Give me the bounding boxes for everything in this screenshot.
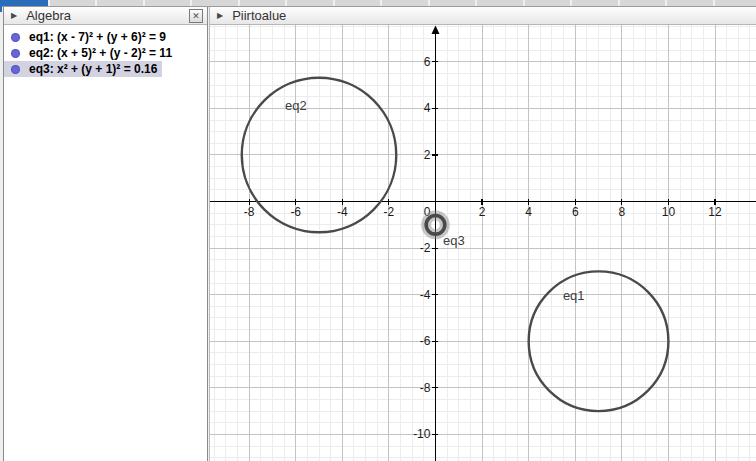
x-tick-label: 2 (479, 205, 486, 219)
x-tick-label: -6 (290, 205, 301, 219)
toolbar-button-edge[interactable] (382, 0, 428, 6)
y-tick-label: -10 (413, 427, 431, 441)
object-visibility-bullet-icon[interactable] (11, 49, 20, 58)
circle-label-eq1: eq1 (563, 288, 585, 303)
y-tick-label: -6 (420, 334, 431, 348)
algebra-item-list: eq1: (x - 7)² + (y + 6)² = 9eq2: (x + 5)… (4, 25, 207, 77)
toolbar-button-edge[interactable] (50, 0, 96, 6)
x-tick-label: 10 (662, 205, 676, 219)
algebra-panel-header: ▶ Algebra ✕ (4, 7, 207, 25)
toolbar-button-edge[interactable] (335, 0, 381, 6)
toolbar-button-edge[interactable] (572, 0, 618, 6)
collapse-arrow-icon[interactable]: ▶ (11, 12, 17, 20)
algebra-item-eq2[interactable]: eq2: (x + 5)² + (y - 2)² = 11 (4, 45, 177, 61)
algebra-item-label: eq1: (x - 7)² + (y + 6)² = 9 (29, 30, 166, 44)
y-tick-label: -4 (420, 288, 431, 302)
x-tick-label: 6 (572, 205, 579, 219)
geogebra-window: ▶ Algebra ✕ eq1: (x - 7)² + (y + 6)² = 9… (0, 0, 756, 461)
x-tick-label: -4 (337, 205, 348, 219)
x-tick-label: 8 (618, 205, 625, 219)
graphics-panel-title: Piirtoalue (232, 8, 286, 23)
toolbar-strip (0, 0, 756, 7)
y-tick-label: 6 (424, 55, 431, 69)
y-tick-label: -2 (420, 241, 431, 255)
close-icon[interactable]: ✕ (189, 9, 203, 23)
toolbar-button-edge[interactable] (525, 0, 571, 6)
x-tick-label: -8 (244, 205, 255, 219)
graphics-view[interactable]: -8-6-4-224681012642-2-4-6-8-100eq1eq2eq3 (210, 25, 756, 461)
x-tick-label: 12 (708, 205, 722, 219)
algebra-item-label: eq2: (x + 5)² + (y - 2)² = 11 (29, 46, 172, 60)
y-tick-label: 4 (424, 101, 431, 115)
toolbar-button-edge[interactable] (715, 0, 756, 6)
toolbar-button-edge[interactable] (192, 0, 238, 6)
toolbar-button-edge[interactable] (620, 0, 666, 6)
algebra-item-label: eq3: x² + (y + 1)² = 0.16 (29, 62, 157, 76)
selected-tool-indicator (0, 0, 2, 12)
toolbar-button-edge[interactable] (477, 0, 523, 6)
toolbar-button-edge[interactable] (667, 0, 713, 6)
collapse-arrow-icon[interactable]: ▶ (217, 12, 223, 20)
object-visibility-bullet-icon[interactable] (11, 33, 20, 42)
circle-label-eq3: eq3 (443, 233, 465, 248)
circle-label-eq2: eq2 (285, 98, 307, 113)
toolbar-button-edge[interactable] (97, 0, 143, 6)
x-tick-label: 4 (525, 205, 532, 219)
algebra-item-eq3[interactable]: eq3: x² + (y + 1)² = 0.16 (4, 61, 162, 77)
toolbar-button-edge[interactable] (145, 0, 191, 6)
toolbar-button-edge[interactable] (2, 0, 48, 6)
y-tick-label: -8 (420, 381, 431, 395)
x-tick-label: -2 (384, 205, 395, 219)
graphics-panel: ▶ Piirtoalue -8-6-4-224681012642-2-4-6-8… (209, 7, 756, 461)
graphics-panel-header: ▶ Piirtoalue (210, 7, 756, 25)
algebra-panel: ▶ Algebra ✕ eq1: (x - 7)² + (y + 6)² = 9… (3, 7, 208, 461)
object-visibility-bullet-icon[interactable] (11, 65, 20, 74)
toolbar-button-edge[interactable] (287, 0, 333, 6)
toolbar-button-edge[interactable] (240, 0, 286, 6)
algebra-item-eq1[interactable]: eq1: (x - 7)² + (y + 6)² = 9 (4, 29, 171, 45)
y-tick-label: 2 (424, 148, 431, 162)
toolbar-button-edge[interactable] (430, 0, 476, 6)
algebra-panel-title: Algebra (26, 8, 71, 23)
